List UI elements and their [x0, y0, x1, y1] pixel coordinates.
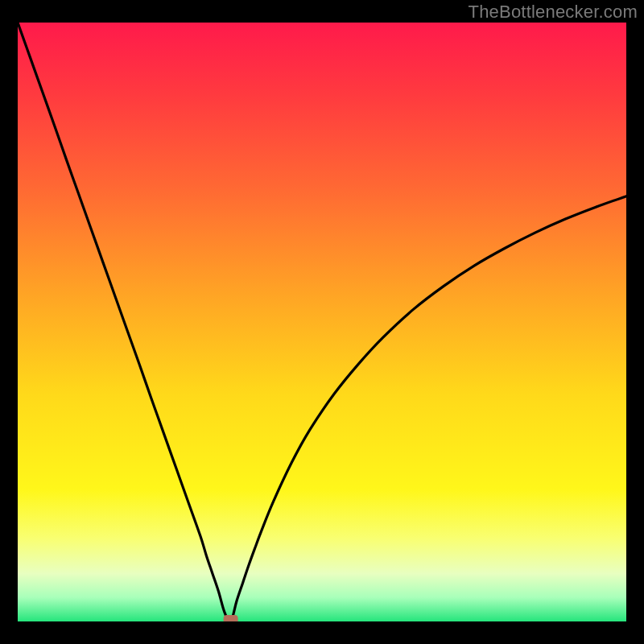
minimum-marker — [224, 615, 238, 621]
chart-frame: TheBottlenecker.com — [0, 0, 644, 644]
chart-background-gradient — [18, 23, 626, 621]
chart-plot-area — [18, 23, 626, 621]
chart-svg — [18, 23, 626, 621]
attribution-text: TheBottlenecker.com — [469, 2, 638, 23]
